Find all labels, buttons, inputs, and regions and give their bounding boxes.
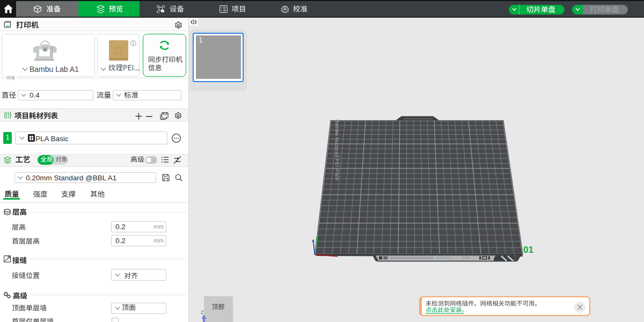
svg-text:Bambu Textured PEI Plate: Bambu Textured PEI Plate bbox=[334, 119, 340, 181]
svg-text:Z: Z bbox=[201, 310, 204, 315]
svg-text:01: 01 bbox=[523, 245, 533, 255]
